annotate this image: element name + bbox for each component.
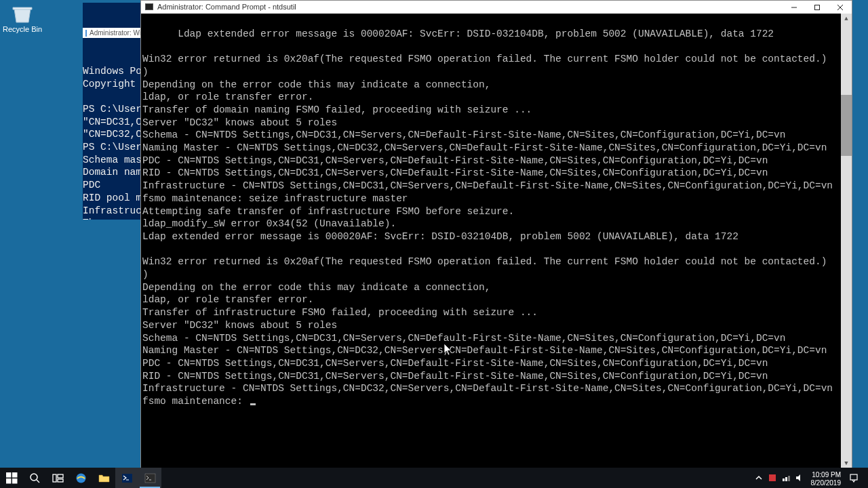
recycle-bin-icon	[9, 2, 36, 24]
svg-rect-11	[58, 474, 63, 478]
clock[interactable]: 10:09 PM 8/20/2019	[808, 469, 846, 487]
taskbar[interactable]: 10:09 PM 8/20/2019	[0, 468, 868, 488]
cursor	[250, 403, 256, 405]
tray-volume-icon[interactable]	[795, 473, 804, 483]
system-tray[interactable]: 10:09 PM 8/20/2019	[754, 468, 869, 488]
start-button[interactable]	[0, 468, 23, 488]
close-button[interactable]	[829, 1, 852, 14]
taskbar-cmd[interactable]	[138, 468, 161, 488]
svg-rect-10	[53, 474, 56, 482]
cmd-titlebar[interactable]: Administrator: Command Prompt - ntdsutil	[141, 1, 852, 14]
svg-rect-15	[145, 474, 155, 483]
cmd-prompt: fsmo maintenance:	[142, 396, 249, 407]
cmd-title: Administrator: Command Prompt - ntdsutil	[157, 1, 296, 14]
powershell-icon	[85, 30, 87, 37]
minimize-button[interactable]	[783, 1, 806, 14]
cmd-window[interactable]: Administrator: Command Prompt - ntdsutil…	[140, 0, 852, 470]
taskbar-explorer[interactable]	[92, 468, 115, 488]
svg-rect-16	[769, 474, 776, 481]
cmd-icon	[145, 3, 153, 10]
powershell-body: Windows Po Copyright PS C:\User "CN=DC31…	[83, 64, 146, 220]
powershell-window[interactable]: Administrator: Win... Windows Po Copyrig…	[83, 3, 146, 220]
task-view-button[interactable]	[46, 468, 69, 488]
svg-line-9	[37, 480, 39, 483]
tray-security-icon[interactable]	[768, 473, 777, 483]
svg-rect-6	[6, 479, 12, 484]
scrollbar-up-button[interactable]: ▲	[841, 14, 852, 24]
cmd-body[interactable]: Ldap extended error message is 000020AF:…	[141, 14, 852, 469]
maximize-button[interactable]	[806, 1, 829, 14]
svg-rect-4	[6, 472, 12, 478]
svg-rect-7	[12, 479, 18, 484]
svg-rect-5	[12, 472, 18, 478]
taskbar-ie[interactable]	[69, 468, 92, 488]
desktop[interactable]: Recycle Bin Administrator: Win... Window…	[0, 0, 868, 468]
powershell-titlebar[interactable]: Administrator: Win...	[83, 28, 146, 38]
svg-rect-19	[788, 476, 790, 481]
recycle-bin-label: Recycle Bin	[2, 25, 43, 33]
tray-chevron-icon[interactable]	[754, 473, 764, 483]
recycle-bin[interactable]: Recycle Bin	[2, 2, 43, 33]
clock-date: 8/20/2019	[811, 479, 842, 487]
svg-rect-20	[850, 474, 857, 480]
tray-network-icon[interactable]	[781, 473, 791, 483]
scrollbar-thumb[interactable]	[841, 95, 852, 156]
taskbar-powershell[interactable]	[115, 468, 138, 488]
svg-rect-1	[815, 5, 820, 9]
svg-rect-17	[783, 479, 785, 481]
svg-point-8	[31, 474, 37, 481]
svg-rect-12	[58, 479, 63, 482]
svg-rect-18	[785, 477, 787, 481]
svg-rect-14	[122, 474, 132, 483]
scrollbar-track[interactable]: ▲ ▼	[841, 14, 852, 469]
search-button[interactable]	[23, 468, 46, 488]
notifications-icon[interactable]	[849, 473, 859, 483]
powershell-title: Administrator: Win...	[90, 27, 146, 40]
clock-time: 10:09 PM	[811, 471, 842, 479]
